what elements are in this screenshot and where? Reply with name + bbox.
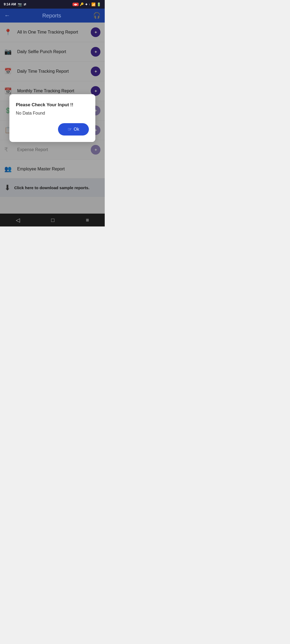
- ok-label: Ok: [74, 127, 79, 132]
- data-icon: ⇄: [24, 3, 26, 6]
- modal-message: No Data Found: [16, 111, 89, 116]
- modal-footer: ☞ Ok: [16, 123, 89, 136]
- status-bar: 9:14 AM 📷 ⇄ ●▶ 🔑 ✦ ↑ 📶 🔋: [0, 0, 105, 9]
- recording-icon: ●▶: [73, 3, 78, 6]
- headset-icon[interactable]: 🎧: [93, 12, 100, 19]
- camera-icon: 📷: [18, 2, 22, 6]
- back-button[interactable]: ←: [4, 12, 10, 19]
- page-title: Reports: [42, 13, 61, 19]
- ok-button[interactable]: ☞ Ok: [58, 123, 89, 136]
- nav-bar: ◁ □ ≡: [0, 214, 105, 226]
- alert-dialog: Please Check Your Input !! No Data Found…: [9, 94, 95, 142]
- modal-overlay: Please Check Your Input !! No Data Found…: [0, 23, 105, 214]
- nav-menu-button[interactable]: ≡: [81, 215, 95, 225]
- signal-icon: ↑: [89, 3, 90, 6]
- app-header: ← Reports 🎧: [0, 9, 105, 23]
- modal-title: Please Check Your Input !!: [16, 102, 89, 108]
- nav-back-button[interactable]: ◁: [10, 215, 25, 225]
- cursor-icon: ☞: [68, 126, 72, 132]
- status-time: 9:14 AM: [4, 2, 16, 6]
- nav-home-button[interactable]: □: [46, 215, 60, 225]
- wifi-icon: 📶: [91, 2, 96, 6]
- key-icon: 🔑: [80, 2, 84, 6]
- bluetooth-icon: ✦: [85, 2, 88, 6]
- battery-icon: 🔋: [97, 2, 101, 6]
